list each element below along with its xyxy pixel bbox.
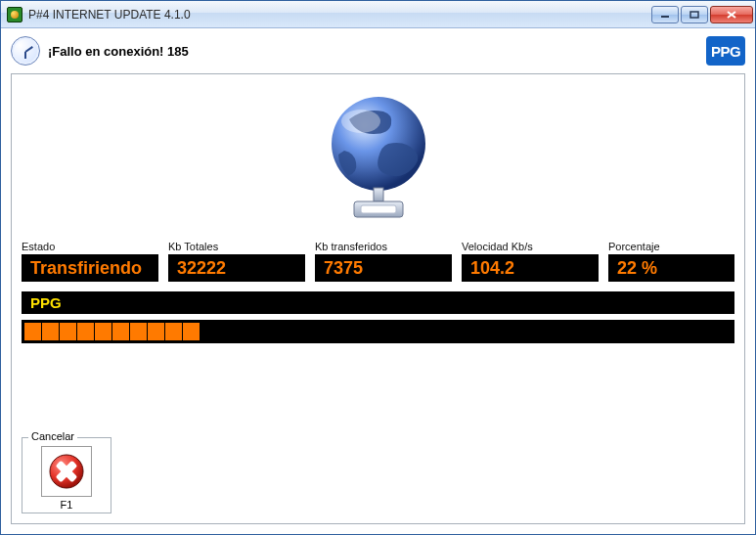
close-icon <box>726 10 737 20</box>
stat-velocidad-value: 104.2 <box>462 254 599 282</box>
stat-estado-label: Estado <box>22 241 158 252</box>
svg-rect-6 <box>374 188 383 201</box>
cancel-button[interactable] <box>41 446 92 497</box>
minimize-button[interactable] <box>651 6 679 23</box>
ppg-logo: PPG <box>706 36 745 66</box>
stat-kb-transferidos: Kb transferidos 7375 <box>315 241 452 282</box>
stat-kb-totales-value: 32222 <box>168 254 305 282</box>
stats-row: Estado Transfiriendo Kb Totales 32222 Kb… <box>22 241 734 282</box>
clock-icon <box>11 36 40 66</box>
progress-segment <box>183 323 200 340</box>
svg-rect-1 <box>690 12 698 18</box>
svg-rect-0 <box>661 16 669 18</box>
header-row: ¡Fallo en conexión! 185 PPG <box>1 28 755 69</box>
app-icon <box>7 7 22 22</box>
maximize-icon <box>689 11 699 19</box>
stat-porcentaje: Porcentaje 22 % <box>608 241 734 282</box>
app-window: P#4 INTERNET UPDATE 4.1.0 ¡Fallo en cone… <box>0 0 756 535</box>
window-buttons <box>651 6 753 23</box>
progress-segment <box>42 323 59 340</box>
window-title: P#4 INTERNET UPDATE 4.1.0 <box>28 8 651 22</box>
progress-segment <box>112 323 129 340</box>
progress-segment <box>24 323 41 340</box>
stat-velocidad: Velocidad Kb/s 104.2 <box>462 241 599 282</box>
close-button[interactable] <box>710 6 753 23</box>
progress-bar <box>22 320 734 343</box>
stat-kb-transferidos-value: 7375 <box>315 254 452 282</box>
cancel-group-label: Cancelar <box>28 430 77 442</box>
stat-kb-totales: Kb Totales 32222 <box>168 241 305 282</box>
stat-porcentaje-label: Porcentaje <box>608 241 734 252</box>
transfer-name: PPG <box>22 291 734 314</box>
maximize-button[interactable] <box>681 6 708 23</box>
cancel-shortcut: F1 <box>28 499 105 511</box>
globe-graphic-wrap <box>22 84 734 241</box>
progress-segment <box>77 323 94 340</box>
minimize-icon <box>660 11 670 19</box>
stat-estado-value: Transfiriendo <box>22 254 158 282</box>
stat-porcentaje-value: 22 % <box>608 254 734 282</box>
progress-segment <box>165 323 182 340</box>
globe-network-icon <box>320 90 437 227</box>
progress-segment <box>95 323 111 340</box>
stat-kb-totales-label: Kb Totales <box>168 241 305 252</box>
progress-segment <box>130 323 147 340</box>
cancel-icon <box>47 452 86 491</box>
cancel-group: Cancelar F1 <box>22 437 111 513</box>
progress-segment <box>148 323 164 340</box>
svg-point-5 <box>341 110 380 133</box>
titlebar: P#4 INTERNET UPDATE 4.1.0 <box>1 1 755 28</box>
stat-velocidad-label: Velocidad Kb/s <box>462 241 599 252</box>
main-panel: Estado Transfiriendo Kb Totales 32222 Kb… <box>11 73 745 524</box>
progress-segment <box>60 323 76 340</box>
status-message: ¡Fallo en conexión! 185 <box>48 44 698 59</box>
stat-kb-transferidos-label: Kb transferidos <box>315 241 452 252</box>
svg-rect-8 <box>361 205 396 213</box>
stat-estado: Estado Transfiriendo <box>22 241 158 282</box>
